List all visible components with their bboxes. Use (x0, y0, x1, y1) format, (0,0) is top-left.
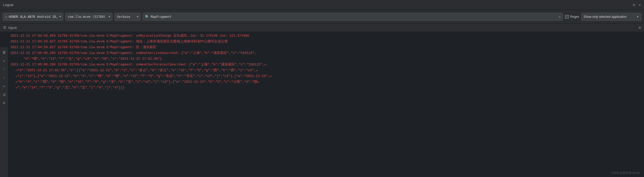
logcat-header: ☰ logcat ⊞ (0, 24, 644, 32)
side-toolbar: 🗑 ⬇ ↑ ↓ ↩ 🖨 ⚙ (0, 47, 8, 177)
hamburger-icon[interactable]: ☰ (3, 26, 6, 30)
print-icon[interactable]: 🖨 (1, 91, 8, 98)
log-line: ↵","e":"14","f":"3","g":"北","h":"北","i":… (10, 85, 642, 91)
log-level-arrow-icon: ▼ (137, 15, 138, 18)
show-only-label: Show only selected application (584, 15, 626, 19)
show-only-dropdown[interactable]: Show only selected application ▼ (581, 13, 641, 21)
log-line: 2021-12-21 17:05:00.288 31769-31769/com.… (10, 62, 642, 68)
process-dropdown[interactable]: com.llw.mvvm (31769) ▼ (65, 13, 112, 21)
regex-label: Regex (570, 15, 579, 19)
logcat-title: logcat (8, 26, 17, 30)
dropdown-arrow-icon: ▼ (59, 15, 61, 18)
search-box[interactable]: 🔍 MapFragment ✕ (143, 13, 563, 21)
process-arrow-icon: ▼ (109, 15, 110, 18)
app-title: Logcat (3, 3, 13, 7)
checkbox-box: ✓ (565, 15, 569, 19)
log-line: "d":"晴","e":"13","f":"北","g":"≤3","h":"5… (10, 56, 642, 62)
log-level-label: Verbose (117, 15, 130, 19)
clear-logcat-icon[interactable]: 🗑 (1, 49, 8, 56)
toolbar: ☐ HONOR ALA-AN70 Android 10, ▼ com.llw.m… (0, 10, 644, 24)
scroll-up-icon[interactable]: ↑ (1, 66, 8, 73)
wrap-icon[interactable]: ↩ (1, 83, 8, 90)
process-label: com.llw.mvvm (31769) (68, 15, 106, 19)
log-line: 2021-12-21 17:04:59.827 31769-31769/com.… (10, 45, 642, 50)
settings-title-icon[interactable]: ⚙ (633, 3, 635, 7)
log-line: ↵"j":"≤3"},{"a":"2021-12-22","b":"3","c"… (10, 73, 642, 79)
watermark: CSDN @初学者-Study (611, 171, 640, 175)
close-title-icon[interactable]: ✕ (639, 3, 641, 7)
log-line: 2021-12-21 17:05:00.286 31769-31769/com.… (10, 50, 642, 56)
log-content[interactable]: 2021-12-21 17:04:58.868 31769-31769/com.… (8, 32, 644, 177)
scroll-down-icon[interactable]: ↓ (1, 74, 8, 81)
search-clear-icon[interactable]: ✕ (558, 15, 561, 19)
device-icon: ☐ (5, 15, 7, 19)
search-value: MapFragment (151, 15, 171, 19)
device-dropdown[interactable]: ☐ HONOR ALA-AN70 Android 10, ▼ (3, 13, 63, 21)
panel-layout-icon[interactable]: ⊞ (639, 25, 641, 30)
log-line: ↵"b":"4","c":"阴","d":"阴","e":"16","f":"8… (10, 79, 642, 85)
search-icon: 🔍 (145, 15, 149, 19)
log-line: ↵"d":"2021-12-21 17:01:36","e":[{"a":"20… (10, 68, 642, 73)
log-line: 2021-12-21 17:04:58.868 31769-31769/com.… (10, 33, 642, 39)
title-bar: Logcat ⚙ ✕ (0, 0, 644, 10)
log-line: 2021-12-21 17:04:59.827 31769-31769/com.… (10, 39, 642, 45)
regex-checkbox[interactable]: ✓ Regex (565, 15, 579, 19)
scroll-end-icon[interactable]: ⬇ (1, 58, 8, 64)
device-label: HONOR ALA-AN70 Android 10, (9, 15, 58, 19)
panel-settings-icon[interactable]: ⚙ (1, 99, 8, 106)
log-level-dropdown[interactable]: Verbose ▼ (115, 13, 141, 21)
show-only-arrow-icon: ▼ (636, 15, 639, 18)
